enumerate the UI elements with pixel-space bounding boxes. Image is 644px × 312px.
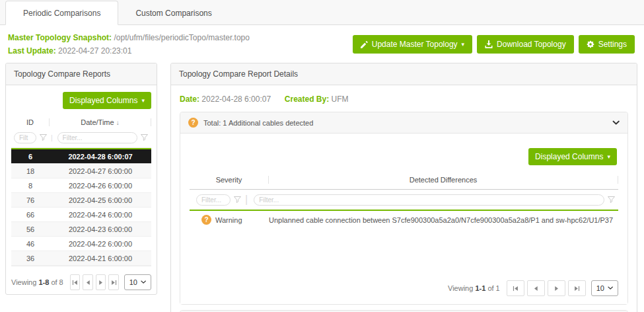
last-update-line: Last Update: 2022-04-27 20:23:01 xyxy=(8,44,250,58)
previous-page-button[interactable] xyxy=(83,274,93,290)
tab-periodic-comparisons[interactable]: Periodic Comparisons xyxy=(5,1,118,25)
date-value: 2022-04-28 6:00:07 xyxy=(201,95,271,104)
spacer xyxy=(190,229,618,280)
first-page-button[interactable] xyxy=(70,274,81,290)
viewing-suffix: of 8 xyxy=(51,278,63,286)
table-row[interactable]: 76 2022-04-25 6:00:00 xyxy=(11,193,151,208)
spacer xyxy=(180,305,628,310)
pencil-icon xyxy=(361,41,368,48)
table-row[interactable]: 66 2022-04-24 6:00:00 xyxy=(11,208,151,222)
row-id: 66 xyxy=(11,211,50,219)
table-row[interactable]: 6 2022-04-28 6:00:07 xyxy=(11,148,151,164)
id-filter-input[interactable] xyxy=(14,132,36,143)
last-page-button[interactable] xyxy=(108,274,119,290)
reports-table-header: ID Date/Time ↓ xyxy=(11,116,151,130)
table-row[interactable]: ? Warning Unplanned cable connection bet… xyxy=(190,210,618,229)
displayed-columns-button[interactable]: Displayed Columns ▾ xyxy=(63,92,151,109)
details-toolbar: Displayed Columns ▾ xyxy=(190,148,617,165)
chevron-down-icon[interactable] xyxy=(612,119,620,127)
caret-down-icon: ▾ xyxy=(462,42,465,48)
row-id: 36 xyxy=(11,254,50,262)
differences-filter-input[interactable] xyxy=(254,194,604,206)
viewing-range: 1-1 xyxy=(475,284,485,292)
funnel-icon[interactable] xyxy=(608,194,615,206)
last-update-value: 2022-04-27 20:23:01 xyxy=(58,46,131,56)
datetime-filter-input[interactable] xyxy=(57,132,137,143)
row-datetime: 2022-04-22 6:00:00 xyxy=(50,240,151,248)
page-size-value: 10 xyxy=(596,284,604,292)
funnel-icon[interactable] xyxy=(40,134,47,142)
difference-cell: Unplanned cable connection between S7cfe… xyxy=(269,216,618,224)
page-size-select[interactable]: 10 xyxy=(591,280,618,296)
table-row[interactable]: 18 2022-04-27 6:00:00 xyxy=(11,164,151,178)
column-header-datetime[interactable]: Date/Time ↓ xyxy=(50,118,151,126)
ufm-topology-compare-page: Periodic Comparisons Custom Comparisons … xyxy=(0,0,644,312)
details-panel-title: Topology Compare Report Details xyxy=(171,63,637,85)
snapshot-line: Master Topology Snapshot: /opt/ufm/files… xyxy=(8,31,250,44)
created-by-value: UFM xyxy=(332,95,349,104)
divider: | xyxy=(51,134,53,141)
update-master-topology-button[interactable]: Update Master Topology ▾ xyxy=(353,35,472,54)
topology-compare-report-details-panel: Topology Compare Report Details Date: 20… xyxy=(170,63,637,312)
download-topology-button[interactable]: Download Topology xyxy=(477,35,574,54)
severity-label: Warning xyxy=(215,216,242,224)
row-datetime: 2022-04-26 6:00:00 xyxy=(50,182,151,190)
column-header-detected-differences[interactable]: Detected Differences xyxy=(269,176,618,184)
additional-cables-section-header[interactable]: ? Total: 1 Additional cables detected xyxy=(180,112,627,133)
snapshot-value: /opt/ufm/files/periodicTopo/master.topo xyxy=(114,33,249,42)
displayed-columns-label: Displayed Columns xyxy=(69,96,137,105)
last-page-button[interactable] xyxy=(568,280,586,296)
table-row[interactable]: 8 2022-04-26 6:00:00 xyxy=(11,178,151,193)
details-panel-body: Date: 2022-04-28 6:00:07 Created By: UFM… xyxy=(171,85,637,312)
date-label: Date: xyxy=(180,95,199,104)
main-content: Topology Compare Reports Displayed Colum… xyxy=(0,61,644,312)
update-master-topology-label: Update Master Topology xyxy=(372,40,458,49)
sort-desc-icon: ↓ xyxy=(116,119,120,126)
column-header-id[interactable]: ID xyxy=(11,118,50,126)
gear-icon xyxy=(587,40,594,48)
viewing-prefix: Viewing xyxy=(11,278,36,286)
row-id: 8 xyxy=(11,182,50,190)
row-id: 18 xyxy=(11,167,50,175)
page-size-value: 10 xyxy=(129,278,137,286)
table-row[interactable]: 46 2022-04-22 6:00:00 xyxy=(11,237,151,251)
next-page-button[interactable] xyxy=(548,280,565,296)
info-header: Master Topology Snapshot: /opt/ufm/files… xyxy=(0,25,644,61)
download-topology-label: Download Topology xyxy=(497,40,566,49)
created-by-label: Created By: xyxy=(285,95,329,104)
previous-page-button[interactable] xyxy=(527,280,545,296)
reports-toolbar: Displayed Columns ▾ xyxy=(11,92,151,109)
settings-button[interactable]: Settings xyxy=(579,35,635,54)
row-datetime: 2022-04-24 6:00:00 xyxy=(50,211,151,219)
reports-panel-body: Displayed Columns ▾ ID Date/Time ↓ xyxy=(6,85,157,295)
row-datetime: 2022-04-21 6:00:00 xyxy=(50,254,151,262)
funnel-icon[interactable] xyxy=(234,194,241,206)
next-page-button[interactable] xyxy=(96,274,106,290)
first-page-button[interactable] xyxy=(507,280,524,296)
download-icon xyxy=(485,40,493,48)
page-size-select[interactable]: 10 xyxy=(124,274,151,290)
viewing-status: Viewing 1-1 of 1 xyxy=(448,284,500,292)
column-header-severity[interactable]: Severity xyxy=(190,176,269,184)
last-update-label: Last Update: xyxy=(8,46,56,56)
caret-down-icon: ▾ xyxy=(141,98,145,104)
tab-bar: Periodic Comparisons Custom Comparisons xyxy=(0,0,644,25)
reports-filter-row: | xyxy=(11,130,151,148)
details-pagination: Viewing 1-1 of 1 xyxy=(190,280,618,296)
tab-custom-comparisons[interactable]: Custom Comparisons xyxy=(118,1,229,24)
datetime-header-label: Date/Time xyxy=(81,118,114,126)
severity-filter-input[interactable] xyxy=(196,194,231,206)
question-icon: ? xyxy=(188,118,198,128)
funnel-icon[interactable] xyxy=(141,134,148,142)
displayed-columns-button[interactable]: Displayed Columns ▾ xyxy=(528,148,617,165)
additional-cables-section: ? Total: 1 Additional cables detected Di… xyxy=(180,112,628,305)
question-icon: ? xyxy=(201,215,211,225)
topology-compare-reports-panel: Topology Compare Reports Displayed Colum… xyxy=(5,63,157,295)
table-row[interactable]: 36 2022-04-21 6:00:00 xyxy=(11,251,151,266)
displayed-columns-label: Displayed Columns xyxy=(535,152,603,161)
row-id: 46 xyxy=(11,240,50,248)
viewing-prefix: Viewing xyxy=(448,284,473,292)
row-datetime: 2022-04-27 6:00:00 xyxy=(50,167,151,175)
settings-label: Settings xyxy=(598,40,627,49)
table-row[interactable]: 56 2022-04-23 6:00:00 xyxy=(11,222,151,237)
